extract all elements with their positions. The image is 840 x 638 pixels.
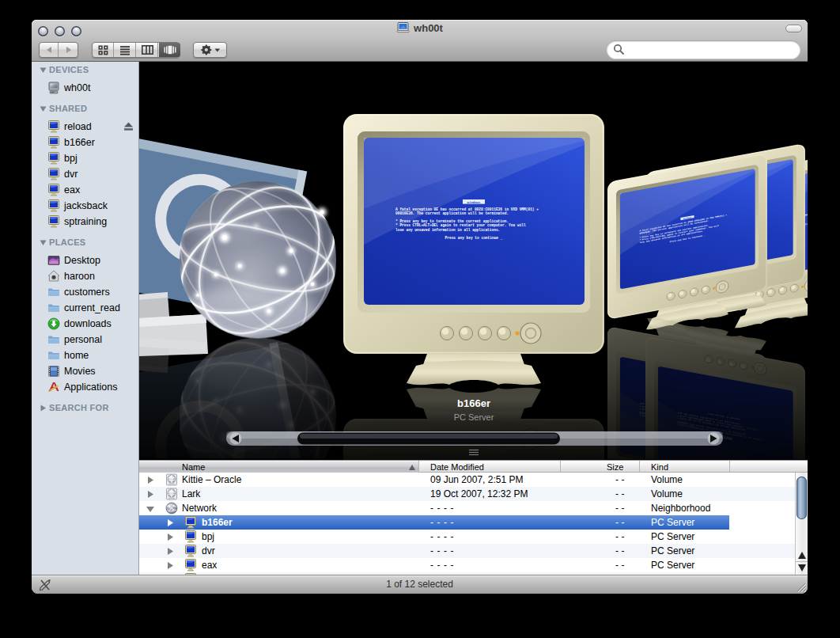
svg-text:b166er: b166er	[457, 397, 490, 409]
svg-text:PC Server: PC Server	[454, 412, 494, 422]
